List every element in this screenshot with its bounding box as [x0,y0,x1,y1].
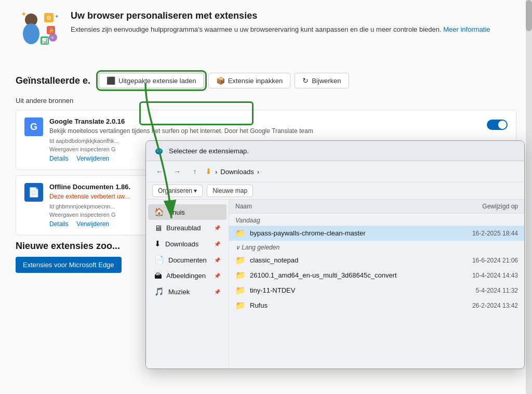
extensions-banner: ⚙ 🔒 📊 + ✦ ✦ Uw browser personaliseren me… [16,10,516,60]
dialog-title: Selecteer de extensiemap. [169,147,516,155]
sidebar-item-downloads[interactable]: ⬇ Downloads 📌 [148,236,227,252]
details-link[interactable]: Details [49,220,69,228]
downloads-icon: ⬇ [154,239,161,248]
toolbar-buttons: ⬛ Uitgepakte extensie laden 📦 Extensie i… [99,73,349,88]
banner-desc: Extensies zijn eenvoudige hulpprogramma'… [71,24,490,35]
images-icon: 🏔 [154,271,162,280]
up-button[interactable]: ↑ [188,164,202,179]
file-row-26100[interactable]: 📁 26100.1_amd64_en-us_multi_3d68645c_con… [229,268,524,283]
dialog-sidebar: 🏠 Thuis 🖥 Bureaublad 📌 ⬇ Downloads 📌 📄 D… [146,200,229,369]
folder-icon: 📁 [235,228,246,238]
file-list-header: Naam Gewijzigd op [229,200,524,214]
new-folder-button[interactable]: Nieuwe map [207,185,253,197]
documents-icon: 📄 [154,255,164,265]
back-button[interactable]: ← [152,164,167,179]
file-list[interactable]: Naam Gewijzigd op Vandaag 📁 bypass-paywa… [229,200,524,369]
address-folder-icon: ⬇ [205,167,212,176]
remove-link[interactable]: Verwijderen [76,220,109,228]
organize-button[interactable]: Organiseren ▾ [152,185,203,197]
banner-link[interactable]: Meer informatie [443,25,490,33]
forward-button[interactable]: → [170,164,184,179]
ext-name: Google Translate 2.0.16 [49,117,481,125]
svg-text:⚙: ⚙ [46,15,51,21]
svg-text:✦: ✦ [55,14,59,19]
folder-icon: 📁 [235,270,246,280]
source-label: Uit andere bronnen [16,97,516,104]
offline-docs-icon: 📄 [24,183,43,202]
dialog-content: 🏠 Thuis 🖥 Bureaublad 📌 ⬇ Downloads 📌 📄 D… [146,200,524,369]
sidebar-item-bureaublad[interactable]: 🖥 Bureaublad 📌 [148,220,227,235]
section-header: Geïnstalleerde e. ⬛ Uitgepakte extensie … [16,73,516,88]
music-icon: 🎵 [154,287,164,296]
pack-icon: 📦 [216,76,225,85]
address-bar: ⬇ › Downloads › [205,167,259,176]
dialog-titlebar: Selecteer de extensiemap. [146,141,524,161]
svg-point-1 [23,23,39,44]
edge-extensions-button[interactable]: Extensies voor Microsoft Edge [16,257,122,273]
folder-icon: 📁 [235,285,246,295]
home-icon: 🏠 [154,207,164,217]
address-sep: › [215,168,217,176]
installed-section-title: Geïnstalleerde e. [16,75,90,86]
update-icon: ↻ [302,76,309,85]
update-button[interactable]: ↻ Bijwerken [295,73,349,88]
load-icon: ⬛ [107,76,115,85]
sidebar-item-thuis[interactable]: 🏠 Thuis [148,204,227,220]
svg-text:📊: 📊 [42,37,48,44]
remove-link[interactable]: Verwijderen [76,155,109,162]
svg-text:✦: ✦ [21,10,27,18]
dialog-toolbar: ← → ↑ ⬇ › Downloads › [146,161,524,182]
folder-icon: 📁 [235,255,246,265]
file-row-bypass[interactable]: 📁 bypass-paywalls-chrome-clean-master 16… [229,226,524,241]
details-link[interactable]: Details [49,155,69,162]
dialog-actionbar: Organiseren ▾ Nieuwe map [146,182,524,200]
pin-icon-4: 📌 [214,273,220,279]
file-row-classic-notepad[interactable]: 📁 classic_notepad 16-6-2024 21:06 [229,253,524,268]
pack-extension-button[interactable]: 📦 Extensie inpakken [208,73,291,88]
ext-desc: Bekijk moeiteloos vertalingen tijdens he… [49,127,481,136]
desktop-icon: 🖥 [154,224,162,232]
file-row-tiny11[interactable]: 📁 tiny-11-NTDEV 5-4-2024 11:32 [229,283,524,298]
sidebar-item-afbeeldingen[interactable]: 🏔 Afbeeldingen 📌 [148,268,227,283]
sidebar-item-documenten[interactable]: 📄 Documenten 📌 [148,252,227,268]
pin-icon-3: 📌 [214,257,220,263]
sidebar-item-muziek[interactable]: 🎵 Muziek 📌 [148,284,227,299]
pin-icon-1: 📌 [214,225,220,231]
banner-title: Uw browser personaliseren met extensies [71,10,490,21]
group-long-ago: ∨ Lang geleden [229,241,524,253]
page-scrollbar[interactable] [526,0,532,394]
banner-illustration: ⚙ 🔒 📊 + ✦ ✦ [16,10,62,52]
pin-icon-2: 📌 [214,241,220,247]
address-sep2: › [257,168,259,176]
folder-icon: 📁 [235,300,246,310]
edge-logo-icon [154,146,164,155]
address-path: Downloads [220,168,254,176]
svg-text:🔒: 🔒 [48,27,55,34]
load-extension-button[interactable]: ⬛ Uitgepakte extensie laden [99,73,204,88]
file-row-rufus[interactable]: 📁 Rufus 26-2-2024 13:42 [229,298,524,313]
scroll-thumb[interactable] [526,0,532,31]
pin-icon-5: 📌 [214,289,220,295]
svg-text:+: + [51,35,54,41]
google-translate-icon: G [24,117,43,136]
file-dialog: Selecteer de extensiemap. ← → ↑ ⬇ › Down… [145,140,525,369]
banner-text: Uw browser personaliseren met extensies … [71,10,490,35]
extension-toggle[interactable] [487,120,508,130]
group-today: Vandaag [229,214,524,226]
svg-point-15 [157,149,161,152]
